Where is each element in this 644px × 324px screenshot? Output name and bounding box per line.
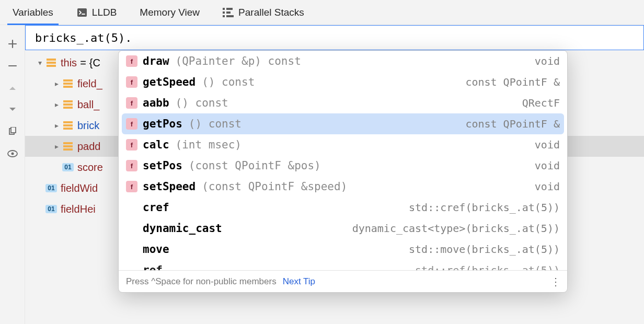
svg-rect-24: [63, 145, 73, 147]
completion-item[interactable]: fsetPos(const QPointF &pos)void: [119, 155, 567, 176]
completion-return-type: void: [535, 138, 560, 151]
variable-name: this: [61, 57, 77, 69]
function-kind-icon: f: [126, 97, 137, 109]
struct-icon: [45, 57, 58, 68]
completion-signature: () const: [202, 76, 255, 88]
svg-rect-6: [226, 15, 234, 17]
tab-memory-view[interactable]: Memory View: [136, 0, 203, 25]
completion-return-type: dynamic_cast<type>(bricks_.at(5)): [352, 222, 560, 235]
tab-lldb[interactable]: LLDB: [73, 0, 120, 25]
svg-point-10: [11, 153, 14, 155]
svg-rect-15: [63, 83, 73, 85]
completion-name: move: [143, 243, 169, 256]
completion-signature: (const QPointF &pos): [189, 159, 321, 172]
popup-more-icon[interactable]: ⋮: [550, 275, 560, 288]
function-kind-icon: f: [126, 55, 137, 67]
completion-signature: (int msec): [176, 138, 242, 151]
struct-icon: [62, 141, 74, 152]
completion-item[interactable]: faabb() constQRectF: [119, 92, 567, 113]
completion-return-type: QRectF: [522, 97, 560, 109]
completion-item[interactable]: fcalc(int msec)void: [119, 134, 567, 155]
svg-rect-25: [63, 148, 73, 151]
svg-rect-3: [223, 15, 225, 17]
completion-name: cref: [143, 201, 169, 214]
tab-parallel-stacks[interactable]: Parallel Stacks: [220, 0, 307, 25]
completion-return-type: std::move(bricks_.at(5)): [409, 243, 560, 256]
debugger-tabbar: Variables LLDB Memory View Parallel Stac…: [0, 0, 644, 25]
chevron-right-icon[interactable]: ▸: [51, 121, 62, 130]
completion-name: aabb: [143, 97, 169, 109]
parallel-stacks-icon: [223, 7, 234, 18]
completion-list: fdraw(QPainter &p) constvoidfgetSpeed() …: [119, 51, 567, 270]
variable-name: brick: [77, 120, 99, 132]
add-watch-button[interactable]: [6, 38, 19, 50]
svg-rect-23: [63, 142, 73, 144]
svg-rect-4: [226, 8, 233, 10]
variable-name: field_: [77, 78, 102, 90]
svg-rect-13: [47, 65, 56, 67]
function-kind-icon: f: [126, 181, 137, 192]
show-watches-button[interactable]: [6, 147, 19, 160]
completion-return-type: const QPointF &: [465, 118, 560, 130]
variable-value: {C: [89, 57, 100, 69]
move-up-button[interactable]: [6, 82, 19, 94]
completion-name: ref: [143, 264, 163, 270]
completion-name: dynamic_cast: [143, 222, 222, 235]
popup-next-tip-link[interactable]: Next Tip: [283, 276, 315, 287]
completion-name: setPos: [143, 159, 182, 172]
remove-watch-button[interactable]: [6, 60, 19, 72]
function-kind-icon: f: [126, 160, 137, 171]
completion-name: setSpeed: [143, 180, 196, 193]
svg-rect-5: [226, 11, 231, 14]
completion-return-type: std::ref(bricks_.at(5)): [415, 264, 560, 270]
completion-item[interactable]: fgetSpeed() constconst QPointF &: [119, 72, 567, 92]
autocomplete-popup: fdraw(QPainter &p) constvoidfgetSpeed() …: [118, 50, 568, 293]
duplicate-watch-button[interactable]: [6, 125, 19, 138]
function-kind-icon: f: [126, 118, 137, 130]
variable-name: score: [77, 161, 103, 173]
variable-name: fieldHei: [61, 203, 96, 215]
completion-item[interactable]: fdraw(QPainter &p) constvoid: [119, 51, 567, 72]
svg-rect-14: [63, 79, 73, 82]
svg-rect-16: [63, 86, 73, 88]
int-icon: 01: [62, 162, 74, 172]
completion-return-type: void: [535, 159, 560, 172]
struct-icon: [62, 78, 74, 89]
completion-item[interactable]: fsetSpeed(const QPointF &speed)void: [119, 176, 567, 197]
svg-rect-21: [63, 124, 73, 126]
expression-input[interactable]: [25, 25, 644, 50]
tab-variables[interactable]: Variables: [9, 0, 56, 25]
completion-return-type: std::cref(bricks_.at(5)): [409, 201, 560, 214]
svg-rect-11: [47, 59, 56, 61]
function-kind-icon: f: [126, 76, 137, 88]
int-icon: 01: [45, 204, 58, 214]
variable-name: padd: [77, 141, 101, 153]
left-gutter: [0, 25, 25, 324]
completion-return-type: void: [535, 55, 560, 67]
tab-stacks-label: Parallel Stacks: [238, 7, 304, 18]
svg-rect-8: [11, 127, 16, 133]
completion-signature: (QPainter &p) const: [176, 55, 301, 67]
chevron-right-icon[interactable]: ▸: [51, 100, 62, 109]
tab-memory-label: Memory View: [140, 7, 200, 18]
completion-name: getPos: [143, 118, 182, 130]
completion-return-type: void: [535, 180, 560, 193]
tab-lldb-label: LLDB: [92, 7, 117, 18]
completion-item[interactable]: movestd::move(bricks_.at(5)): [119, 239, 567, 260]
chevron-right-icon[interactable]: ▸: [51, 142, 62, 151]
completion-item[interactable]: refstd::ref(bricks_.at(5)): [119, 260, 567, 270]
popup-footer: Press ^Space for non-public members Next…: [119, 270, 567, 292]
completion-signature: (const QPointF &speed): [202, 180, 347, 193]
completion-item[interactable]: crefstd::cref(bricks_.at(5)): [119, 197, 567, 218]
struct-icon: [62, 120, 74, 131]
completion-item[interactable]: dynamic_castdynamic_cast<type>(bricks_.a…: [119, 218, 567, 239]
chevron-right-icon[interactable]: ▸: [51, 79, 62, 88]
chevron-down-icon[interactable]: ▾: [34, 59, 45, 67]
completion-name: calc: [143, 138, 169, 151]
svg-rect-17: [63, 100, 73, 102]
variable-name: fieldWid: [61, 182, 98, 194]
function-kind-icon: f: [126, 139, 137, 151]
completion-item[interactable]: fgetPos() constconst QPointF &: [122, 113, 564, 134]
move-down-button[interactable]: [6, 103, 19, 116]
completion-name: getSpeed: [143, 76, 196, 88]
